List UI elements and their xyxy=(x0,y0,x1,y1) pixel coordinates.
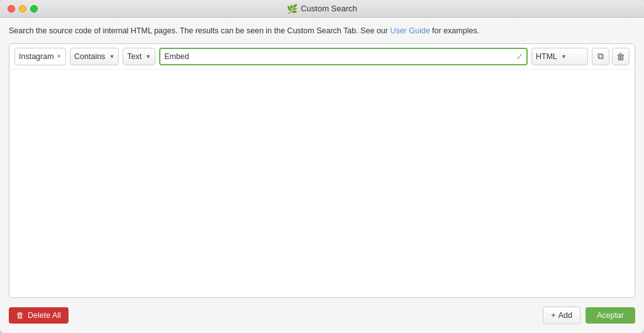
copy-icon: ⧉ xyxy=(597,51,604,62)
add-label: Add xyxy=(558,311,572,320)
footer: 🗑 Delete All + Add Aceptar xyxy=(9,304,635,327)
format-label: HTML xyxy=(536,52,557,61)
type-arrow-icon: ▼ xyxy=(145,53,151,60)
traffic-lights xyxy=(8,5,38,13)
contains-label: Contains xyxy=(74,52,105,61)
accept-label: Aceptar xyxy=(597,311,624,320)
close-button[interactable] xyxy=(8,5,15,13)
tag-label: Instagram xyxy=(19,52,54,61)
action-buttons: ⧉ 🗑 xyxy=(592,48,630,65)
custom-search-window: 🌿 Custom Search Search the source code o… xyxy=(0,0,644,333)
main-content: Search the source code of internal HTML … xyxy=(0,18,644,333)
type-label: Text xyxy=(127,52,142,61)
search-value-field: ⤢ xyxy=(159,48,528,65)
add-icon: + xyxy=(551,311,555,320)
add-button[interactable]: + Add xyxy=(543,307,580,324)
tag-chip: Instagram × xyxy=(14,48,66,65)
delete-row-button[interactable]: 🗑 xyxy=(612,48,630,65)
desc-after-link: for examples. xyxy=(430,26,480,35)
search-input[interactable] xyxy=(164,52,514,61)
accept-button[interactable]: Aceptar xyxy=(586,307,635,324)
copy-row-button[interactable]: ⧉ xyxy=(592,48,609,65)
window-title: 🌿 Custom Search xyxy=(287,4,357,14)
title-text: Custom Search xyxy=(301,4,357,13)
format-arrow-icon: ▼ xyxy=(561,53,567,60)
titlebar: 🌿 Custom Search xyxy=(0,0,644,18)
minimize-button[interactable] xyxy=(19,5,26,13)
title-icon: 🌿 xyxy=(287,4,297,14)
footer-right: + Add Aceptar xyxy=(543,307,635,324)
contains-dropdown[interactable]: Contains ▼ xyxy=(70,48,119,65)
type-dropdown[interactable]: Text ▼ xyxy=(123,48,155,65)
format-dropdown[interactable]: HTML ▼ xyxy=(531,48,588,65)
delete-all-icon: 🗑 xyxy=(16,311,25,320)
search-rows-container: Instagram × Contains ▼ Text ▼ ⤢ xyxy=(9,43,635,298)
contains-arrow-icon: ▼ xyxy=(109,53,114,60)
delete-row-icon: 🗑 xyxy=(616,52,625,62)
search-row: Instagram × Contains ▼ Text ▼ ⤢ xyxy=(9,44,635,70)
desc-before-link: Search the source code of internal HTML … xyxy=(9,26,390,35)
delete-all-label: Delete All xyxy=(28,311,61,320)
delete-all-button[interactable]: 🗑 Delete All xyxy=(9,307,69,324)
tag-close-button[interactable]: × xyxy=(57,53,62,60)
expand-icon[interactable]: ⤢ xyxy=(516,52,523,61)
description-text: Search the source code of internal HTML … xyxy=(9,25,635,37)
maximize-button[interactable] xyxy=(30,5,38,13)
user-guide-link[interactable]: User Guide xyxy=(390,26,430,35)
